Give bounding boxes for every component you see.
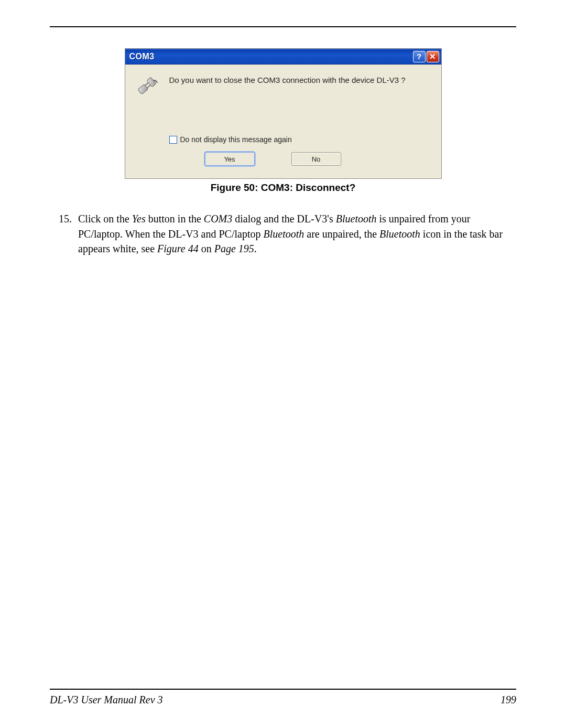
checkbox-box-icon bbox=[169, 136, 177, 144]
text-italic: COM3 bbox=[204, 213, 232, 224]
do-not-display-checkbox[interactable]: Do not display this message again bbox=[169, 135, 430, 144]
no-button-label: No bbox=[312, 155, 321, 163]
svg-line-2 bbox=[147, 85, 150, 88]
list-item: 15. Click on the Yes button in the COM3 … bbox=[50, 211, 516, 256]
dialog-body: Do you want to close the COM3 connection… bbox=[125, 65, 441, 178]
question-icon: ? bbox=[417, 52, 421, 61]
text-run: are unpaired, the bbox=[304, 228, 379, 240]
bottom-rule bbox=[50, 689, 516, 690]
dialog-button-row: Yes No bbox=[169, 152, 430, 173]
text-italic: Bluetooth bbox=[379, 228, 420, 240]
footer-page-number: 199 bbox=[500, 694, 516, 706]
text-run: . bbox=[254, 243, 257, 254]
body-text: 15. Click on the Yes button in the COM3 … bbox=[50, 211, 516, 256]
text-italic: Bluetooth bbox=[264, 228, 304, 240]
svg-rect-0 bbox=[137, 84, 148, 94]
figure-caption: Figure 50: COM3: Disconnect? bbox=[50, 182, 516, 194]
checkbox-label: Do not display this message again bbox=[180, 135, 292, 144]
step-number: 15. bbox=[50, 211, 78, 256]
text-italic: Yes bbox=[132, 213, 146, 224]
dialog-title: COM3 bbox=[129, 52, 155, 61]
text-run: dialog and the DL-V3's bbox=[232, 213, 335, 224]
yes-button[interactable]: Yes bbox=[205, 152, 255, 166]
help-button[interactable]: ? bbox=[413, 51, 426, 62]
text-italic: Page 195 bbox=[214, 243, 254, 254]
close-button[interactable]: ✕ bbox=[427, 51, 439, 62]
footer-manual-title: DL-V3 User Manual Rev 3 bbox=[50, 694, 163, 706]
step-body: Click on the Yes button in the COM3 dial… bbox=[78, 211, 516, 256]
text-italic: Bluetooth bbox=[336, 213, 377, 224]
text-run: button in the bbox=[146, 213, 204, 224]
svg-line-1 bbox=[145, 83, 148, 85]
titlebar-buttons: ? ✕ bbox=[413, 51, 439, 62]
dialog-message: Do you want to close the COM3 connection… bbox=[169, 75, 430, 85]
close-icon: ✕ bbox=[429, 52, 436, 61]
page-footer: DL-V3 User Manual Rev 3 199 bbox=[50, 689, 516, 706]
yes-button-label: Yes bbox=[224, 155, 235, 163]
text-run: on bbox=[199, 243, 214, 254]
no-button[interactable]: No bbox=[291, 152, 341, 166]
top-rule bbox=[50, 26, 516, 27]
dialog-titlebar: COM3 ? ✕ bbox=[125, 49, 441, 65]
text-run: Click on the bbox=[78, 213, 132, 224]
com3-dialog: COM3 ? ✕ bbox=[125, 48, 442, 179]
svg-rect-3 bbox=[146, 77, 156, 87]
disconnect-icon bbox=[135, 75, 158, 98]
text-italic: Figure 44 bbox=[157, 243, 199, 254]
